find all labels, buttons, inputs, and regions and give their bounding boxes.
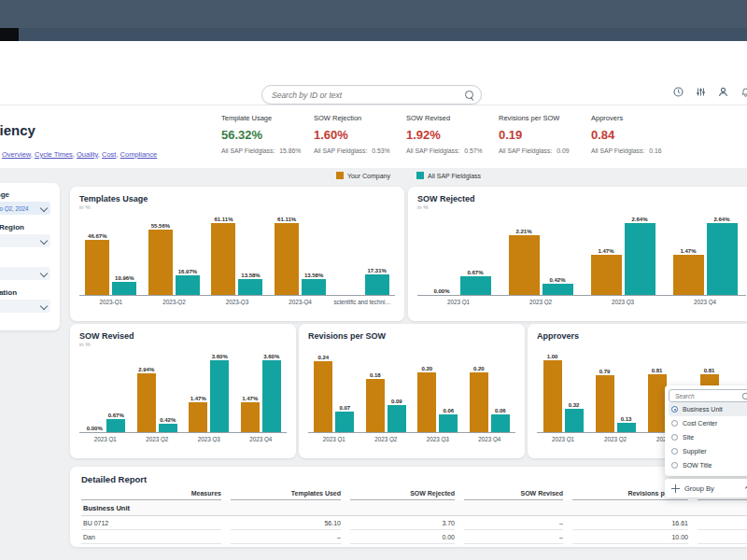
kpi-revisions-per-sow[interactable]: Revisions per SOW0.19All SAP Fieldglass:… xyxy=(499,114,591,154)
bar-all-sap-fieldglass[interactable] xyxy=(159,424,177,432)
bar-your-company[interactable] xyxy=(85,240,109,295)
popup-option-sow-title[interactable]: SOW Title xyxy=(669,458,747,472)
nav-link-cost[interactable]: Cost xyxy=(102,150,116,159)
bar-your-company[interactable] xyxy=(148,230,173,295)
bar-your-company[interactable] xyxy=(648,374,667,432)
nav-link-quality[interactable]: Quality xyxy=(77,150,98,159)
bar-all-sap-fieldglass[interactable] xyxy=(302,279,326,295)
x-axis-label: 2023-Q4 xyxy=(269,299,332,305)
bar-value-label: 0.81 xyxy=(704,368,715,373)
bar-all-sap-fieldglass[interactable] xyxy=(365,274,389,295)
bar-your-company[interactable] xyxy=(596,375,614,432)
bar-group: 1.47%3.60% xyxy=(241,352,281,432)
radio-icon[interactable] xyxy=(671,448,678,455)
bar-all-sap-fieldglass[interactable] xyxy=(565,409,584,432)
filter-value: Q3, 2023 to Q2, 2024 xyxy=(0,205,29,212)
bar-your-company[interactable] xyxy=(241,402,260,432)
kpi-sow-rejection[interactable]: SOW Rejection1.60%All SAP Fieldglass:0.5… xyxy=(314,114,406,154)
filter-select[interactable]: Q3, 2023 to Q2, 2024 xyxy=(0,202,50,215)
kpi-label: Approvers xyxy=(591,114,684,122)
radio-icon[interactable] xyxy=(671,434,678,441)
bar-all-sap-fieldglass[interactable] xyxy=(176,275,200,295)
bar-your-company[interactable] xyxy=(211,223,235,295)
bar-all-sap-fieldglass[interactable] xyxy=(238,279,262,295)
report-column-header: SOW Rejected xyxy=(350,490,455,500)
bar-all-sap-fieldglass[interactable] xyxy=(210,360,229,432)
popup-search-icon[interactable] xyxy=(742,392,747,399)
bar-all-sap-fieldglass[interactable] xyxy=(460,276,491,295)
bar-all-sap-fieldglass[interactable] xyxy=(262,360,281,432)
bar-your-company[interactable] xyxy=(673,255,704,295)
kpi-approvers[interactable]: Approvers0.84All SAP Fieldglass:0.16 xyxy=(591,114,684,154)
sliders-icon[interactable] xyxy=(696,87,706,97)
bar-slot: 2.94% xyxy=(137,352,156,432)
popup-search-input[interactable] xyxy=(673,392,741,400)
popup-search[interactable] xyxy=(669,389,747,402)
bar-value-label: 0.20 xyxy=(473,366,485,371)
bar-your-company[interactable] xyxy=(366,379,385,432)
report-row-measure[interactable]: Dan xyxy=(81,530,221,544)
bar-your-company[interactable] xyxy=(509,235,540,295)
report-title: Detailed Report xyxy=(81,474,747,484)
kpi-sow-revised[interactable]: SOW Revised1.92%All SAP Fieldglass:0.57% xyxy=(406,114,499,154)
chart-x-axis: 2023 Q12023 Q22023 Q32023 Q4 xyxy=(417,299,746,305)
bar-value-label: 1.47% xyxy=(598,248,613,254)
popup-option-site[interactable]: Site xyxy=(669,430,747,444)
bar-slot: 1.47% xyxy=(189,352,207,432)
popup-option-business-unit[interactable]: Business Unit xyxy=(669,402,747,416)
filter-label: Country/Region xyxy=(0,223,52,231)
bar-all-sap-fieldglass[interactable] xyxy=(335,412,354,432)
shell-corner-block xyxy=(0,28,19,41)
bar-all-sap-fieldglass[interactable] xyxy=(388,405,406,432)
bar-your-company[interactable] xyxy=(137,373,156,432)
nav-link-overview[interactable]: Overview xyxy=(2,150,31,159)
kpi-template-usage[interactable]: Template Usage56.32%All SAP Fieldglass:1… xyxy=(221,114,314,154)
radio-icon[interactable] xyxy=(671,406,678,413)
bar-all-sap-fieldglass[interactable] xyxy=(625,223,655,295)
bar-your-company[interactable] xyxy=(189,402,207,432)
bar-your-company[interactable] xyxy=(591,255,622,295)
bar-your-company[interactable] xyxy=(275,223,299,295)
bar-all-sap-fieldglass[interactable] xyxy=(707,223,738,295)
bar-your-company[interactable] xyxy=(314,361,332,432)
bar-your-company[interactable] xyxy=(543,360,562,432)
bar-your-company[interactable] xyxy=(470,372,488,432)
bar-all-sap-fieldglass[interactable] xyxy=(106,419,125,432)
search-input[interactable] xyxy=(270,90,465,101)
radio-icon[interactable] xyxy=(671,420,678,427)
report-row-measure[interactable]: BU 0712 xyxy=(81,516,221,530)
radio-icon[interactable] xyxy=(671,462,678,469)
bar-all-sap-fieldglass[interactable] xyxy=(491,414,510,432)
chevron-down-icon xyxy=(40,204,48,212)
report-group-row[interactable]: Business Unit xyxy=(81,500,747,516)
clock-icon[interactable] xyxy=(673,87,684,97)
nav-link-compliance[interactable]: Compliance xyxy=(120,150,158,159)
legend-label: All SAP Fieldglass xyxy=(428,173,481,179)
filter-classification: ClassificationAll (6) xyxy=(4,288,52,313)
chevron-down-icon xyxy=(40,270,48,277)
bell-icon[interactable] xyxy=(740,87,747,97)
global-search[interactable] xyxy=(261,85,482,105)
bar-value-label: 2.94% xyxy=(138,367,154,372)
x-axis-label: 2023 Q4 xyxy=(464,436,516,442)
bar-slot: 0.42% xyxy=(159,352,177,432)
filter-select[interactable]: All (6) xyxy=(0,234,50,247)
nav-link-cycle-times[interactable]: Cycle Times xyxy=(35,150,73,159)
legend-item-your-company: Your Company xyxy=(336,172,390,179)
popup-option-supplier[interactable]: Supplier xyxy=(669,444,747,458)
filter-select[interactable]: All (6) xyxy=(0,267,50,280)
bar-all-sap-fieldglass[interactable] xyxy=(617,423,636,432)
user-icon[interactable] xyxy=(718,87,728,97)
popup-option-cost-center[interactable]: Cost Center xyxy=(669,416,747,430)
x-axis-label: 2023 Q1 xyxy=(537,436,589,442)
x-axis-label: 2023 Q2 xyxy=(360,436,413,442)
bar-all-sap-fieldglass[interactable] xyxy=(543,284,573,295)
bar-all-sap-fieldglass[interactable] xyxy=(439,414,458,432)
search-icon[interactable] xyxy=(465,91,473,99)
bar-all-sap-fieldglass[interactable] xyxy=(112,282,136,295)
filter-select[interactable]: All (6) xyxy=(0,300,50,313)
report-cell: – xyxy=(464,516,563,530)
bar-group: 61.11%13.58% xyxy=(211,215,262,295)
group-by-footer[interactable]: Group By xyxy=(665,479,747,497)
bar-your-company[interactable] xyxy=(417,372,436,432)
